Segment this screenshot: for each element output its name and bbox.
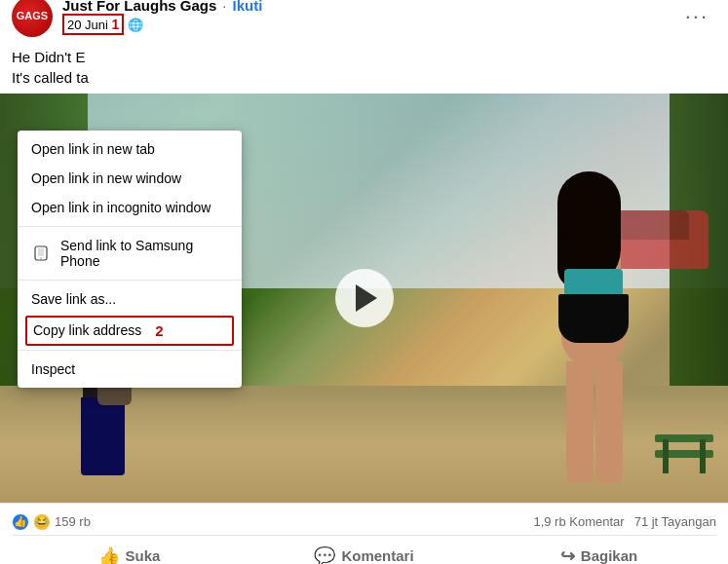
- ctx-send-samsung-label: Send link to Samsung Phone: [60, 238, 228, 269]
- like-icon: 👍: [98, 545, 120, 565]
- ctx-send-samsung[interactable]: Send link to Samsung Phone: [18, 231, 242, 276]
- bench: [655, 415, 713, 473]
- globe-icon: 🌐: [128, 18, 143, 32]
- avatar-image: GAGS: [12, 0, 53, 37]
- comment-button[interactable]: 💬 Komentari: [247, 540, 481, 565]
- ctx-open-new-tab-label: Open link in new tab: [31, 141, 155, 157]
- post-text-line2: It's called ta: [12, 67, 716, 88]
- ctx-divider-2: [18, 280, 242, 281]
- ctx-open-new-tab[interactable]: Open link in new tab: [18, 134, 242, 164]
- more-options-button[interactable]: ···: [677, 0, 716, 33]
- ctx-open-incognito-label: Open link in incognito window: [31, 200, 211, 215]
- context-menu: Open link in new tab Open link in new wi…: [18, 131, 242, 388]
- date-badge: 1: [112, 17, 120, 32]
- post-meta: Just For Laughs Gags · Ikuti 20 Juni 1 🌐: [62, 0, 262, 35]
- like-label: Suka: [126, 547, 161, 564]
- post-date: 20 Juni 1: [62, 14, 124, 35]
- post-header-left: GAGS Just For Laughs Gags · Ikuti 20 Jun…: [12, 0, 262, 37]
- post-media[interactable]: Open link in new tab Open link in new wi…: [0, 94, 728, 503]
- reactions-count: 159 rb: [55, 514, 91, 529]
- page-avatar[interactable]: GAGS: [12, 0, 53, 37]
- ctx-divider-3: [18, 350, 242, 351]
- ctx-copy-link[interactable]: Copy link address 2: [25, 316, 234, 346]
- haha-reaction-emoji: 😂: [33, 513, 51, 531]
- play-button[interactable]: [335, 269, 394, 327]
- svg-rect-1: [38, 248, 44, 256]
- engagement-stats: 1,9 rb Komentar 71 jt Tayangan: [533, 514, 716, 529]
- reactions-left: 👍 😂 159 rb: [12, 513, 91, 531]
- post-header: GAGS Just For Laughs Gags · Ikuti 20 Jun…: [0, 0, 728, 47]
- share-label: Bagikan: [581, 547, 637, 564]
- page-name-row: Just For Laughs Gags · Ikuti: [62, 0, 262, 14]
- views-count: 71 jt Tayangan: [634, 514, 716, 529]
- svg-point-2: [40, 257, 42, 259]
- copy-link-badge: 2: [155, 322, 163, 339]
- reactions-row: 👍 😂 159 rb 1,9 rb Komentar 71 jt Tayanga…: [12, 509, 716, 535]
- page-name[interactable]: Just For Laughs Gags: [62, 0, 216, 14]
- follow-button[interactable]: Ikuti: [233, 0, 263, 14]
- like-button[interactable]: 👍 Suka: [12, 540, 247, 565]
- like-reaction-emoji: 👍: [12, 513, 29, 531]
- comment-label: Komentari: [341, 547, 413, 564]
- share-icon: ↪: [560, 545, 575, 565]
- ctx-save-link-label: Save link as...: [31, 291, 116, 307]
- ctx-open-incognito[interactable]: Open link in incognito window: [18, 193, 242, 222]
- ctx-inspect-label: Inspect: [31, 361, 75, 377]
- share-button[interactable]: ↪ Bagikan: [481, 540, 716, 565]
- separator: ·: [222, 0, 226, 14]
- ctx-copy-link-label: Copy link address: [33, 322, 141, 338]
- ctx-open-new-window-label: Open link in new window: [31, 170, 181, 186]
- post-text: He Didn't E It's called ta: [0, 47, 728, 94]
- ctx-divider-1: [18, 226, 242, 227]
- ctx-save-link[interactable]: Save link as...: [18, 284, 242, 314]
- actions-row: 👍 Suka 💬 Komentari ↪ Bagikan: [12, 535, 716, 565]
- ctx-inspect[interactable]: Inspect: [18, 355, 242, 384]
- facebook-post: GAGS Just For Laughs Gags · Ikuti 20 Jun…: [0, 0, 728, 564]
- post-date-row: 20 Juni 1 🌐: [62, 14, 262, 35]
- comment-icon: 💬: [314, 545, 335, 565]
- ctx-open-new-window[interactable]: Open link in new window: [18, 164, 242, 193]
- post-footer: 👍 😂 159 rb 1,9 rb Komentar 71 jt Tayanga…: [0, 503, 728, 565]
- post-text-line1: He Didn't E: [12, 47, 716, 67]
- samsung-icon: [31, 244, 51, 263]
- comments-count[interactable]: 1,9 rb Komentar: [533, 514, 624, 529]
- play-icon: [356, 284, 377, 312]
